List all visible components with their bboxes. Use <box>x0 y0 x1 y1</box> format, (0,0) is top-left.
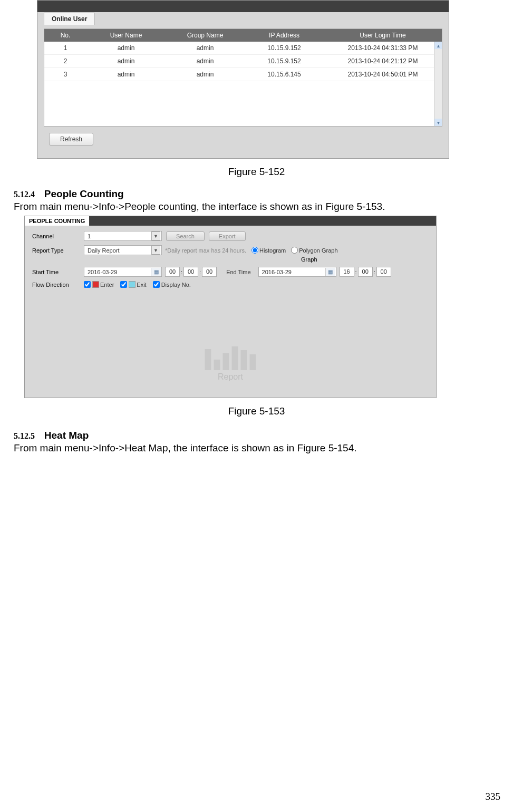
section-number: 5.12.5 <box>14 431 35 440</box>
section-body: From main menu->Info->People counting, t… <box>14 201 502 212</box>
label-end-time: End Time <box>226 269 250 275</box>
search-button[interactable]: Search <box>166 231 205 241</box>
export-button[interactable]: Export <box>209 231 246 241</box>
col-ip: IP Address <box>245 29 324 42</box>
start-hour-input[interactable]: 00 <box>165 267 180 277</box>
calendar-icon: ▦ <box>151 268 161 276</box>
label-graph: Graph <box>301 256 317 263</box>
start-date-input[interactable]: 2016-03-29 ▦ <box>84 267 162 277</box>
end-sec-input[interactable]: 00 <box>376 267 391 277</box>
checkbox-exit[interactable]: Exit <box>120 281 146 288</box>
channel-select[interactable]: 1 ▼ <box>84 231 162 241</box>
report-type-value: Daily Report <box>88 247 120 254</box>
chevron-down-icon: ▼ <box>151 231 160 240</box>
window-titlebar <box>37 1 449 12</box>
enter-color-swatch <box>92 281 99 288</box>
bar-chart-icon <box>205 343 256 370</box>
radio-histogram[interactable]: Histogram <box>251 247 286 254</box>
scrollbar[interactable]: ▴ ▾ <box>434 42 442 126</box>
section-title: People Counting <box>44 188 124 199</box>
figure-5-152: Online User No. User Name Group Name IP … <box>37 0 449 159</box>
end-date-input[interactable]: 2016-03-29 ▦ <box>258 267 336 277</box>
figure-caption: Figure 5-152 <box>11 166 502 178</box>
start-min-input[interactable]: 00 <box>183 267 198 277</box>
col-groupname: Group Name <box>166 29 245 42</box>
calendar-icon: ▦ <box>325 268 335 276</box>
tab-online-user[interactable]: Online User <box>44 13 95 25</box>
scroll-down-icon[interactable]: ▾ <box>434 119 442 126</box>
label-start-time: Start Time <box>32 269 84 275</box>
figure-caption: Figure 5-153 <box>11 405 502 417</box>
checkbox-enter[interactable]: Enter <box>84 281 114 288</box>
channel-value: 1 <box>88 233 91 239</box>
label-channel: Channel <box>32 233 84 239</box>
figure-5-153: PEOPLE COUNTING Channel 1 ▼ Search Expor… <box>24 216 437 398</box>
exit-color-swatch <box>129 281 135 288</box>
radio-polygon[interactable]: Polygon Graph <box>291 247 337 254</box>
refresh-button[interactable]: Refresh <box>49 133 93 146</box>
tab-people-counting[interactable]: PEOPLE COUNTING <box>25 216 89 226</box>
label-report-type: Report Type <box>32 247 84 254</box>
online-user-table: No. User Name Group Name IP Address User… <box>44 28 442 127</box>
report-placeholder: Report <box>205 343 256 382</box>
table-row[interactable]: 2adminadmin10.15.9.1522013-10-24 04:21:1… <box>44 55 442 68</box>
chevron-down-icon: ▼ <box>151 246 160 255</box>
section-body: From main menu->Info->Heat Map, the inte… <box>14 442 502 454</box>
note-text: *Daily report max has 24 hours. <box>165 247 246 254</box>
table-row[interactable]: 1adminadmin10.15.9.1522013-10-24 04:31:3… <box>44 42 442 55</box>
window-titlebar: PEOPLE COUNTING <box>25 216 436 226</box>
col-logintime: User Login Time <box>324 29 442 42</box>
table-row[interactable]: 3adminadmin10.15.6.1452013-10-24 04:50:0… <box>44 68 442 81</box>
section-title: Heat Map <box>44 430 89 441</box>
section-number: 5.12.4 <box>14 190 35 199</box>
end-hour-input[interactable]: 16 <box>340 267 354 277</box>
scroll-up-icon[interactable]: ▴ <box>434 42 442 49</box>
label-flow-direction: Flow Direction <box>32 282 84 288</box>
col-username: User Name <box>86 29 166 42</box>
start-sec-input[interactable]: 00 <box>202 267 217 277</box>
col-no: No. <box>44 29 86 42</box>
end-min-input[interactable]: 00 <box>358 267 373 277</box>
checkbox-display-no[interactable]: Display No. <box>153 281 191 288</box>
page-number: 335 <box>486 791 501 803</box>
report-type-select[interactable]: Daily Report ▼ <box>84 245 162 255</box>
